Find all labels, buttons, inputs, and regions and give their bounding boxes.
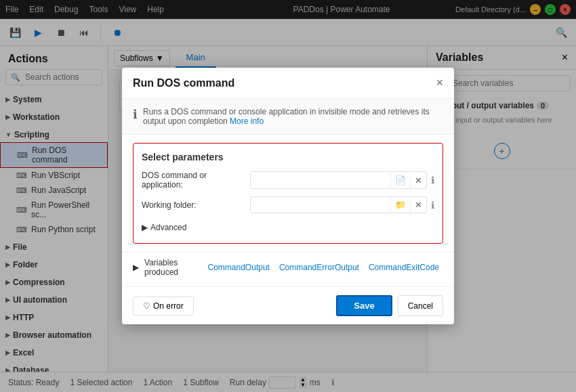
var-tag-2[interactable]: CommandErrorOutput	[279, 263, 359, 272]
params-section: Select parameters DOS command or applica…	[133, 143, 443, 244]
vars-produced-chevron-icon: ▶	[133, 263, 139, 272]
modal-footer: ♡ On error Save Cancel	[122, 286, 454, 324]
vars-produced-label: Variables produced	[144, 258, 203, 277]
modal-run-dos: Run DOS command × ℹ Runs a DOS command o…	[122, 68, 454, 324]
modal-info-icon: ℹ	[133, 107, 138, 122]
working-folder-clear-icon[interactable]: ✕	[410, 197, 426, 213]
param-row-working-folder: Working folder: H:\UWP APP Development\A…	[142, 196, 434, 213]
modal-header: Run DOS command ×	[122, 68, 454, 99]
dos-command-input[interactable]: Dir	[251, 172, 390, 188]
on-error-button[interactable]: ♡ On error	[133, 297, 194, 315]
dos-command-input-wrap: Dir 📄 ✕	[250, 171, 427, 189]
working-folder-browse-icon[interactable]: 📁	[390, 197, 410, 213]
param-row-dos-command: DOS command or application: Dir 📄 ✕ ℹ	[142, 171, 434, 190]
modal-description: ℹ Runs a DOS command or console applicat…	[122, 99, 454, 135]
working-folder-label: Working folder:	[142, 200, 250, 210]
cancel-button[interactable]: Cancel	[398, 295, 443, 316]
working-folder-input[interactable]: H:\UWP APP Development\All Articles\Powe…	[251, 198, 390, 213]
modal-title: Run DOS command	[133, 77, 234, 89]
working-folder-input-wrap: H:\UWP APP Development\All Articles\Powe…	[250, 196, 427, 213]
dos-command-info-icon[interactable]: ℹ	[431, 175, 434, 186]
dos-command-label: DOS command or application:	[142, 171, 250, 190]
dos-command-file-icon[interactable]: 📄	[390, 173, 410, 188]
modal-description-text: Runs a DOS command or console applicatio…	[143, 107, 443, 126]
vars-produced-header[interactable]: ▶ Variables produced CommandOutput Comma…	[133, 258, 443, 277]
modal-close-button[interactable]: ×	[436, 76, 443, 90]
advanced-row[interactable]: ▶ Advanced	[142, 220, 434, 235]
heart-icon: ♡	[143, 301, 150, 311]
modal-overlay: Run DOS command × ℹ Runs a DOS command o…	[0, 0, 576, 392]
on-error-label: On error	[153, 301, 184, 311]
more-info-link[interactable]: More info	[230, 116, 264, 126]
params-title: Select parameters	[142, 152, 434, 162]
var-tag-3[interactable]: CommandExitCode	[369, 263, 439, 272]
advanced-label: Advanced	[150, 223, 186, 232]
working-folder-info-icon[interactable]: ℹ	[431, 200, 434, 211]
var-tag-1[interactable]: CommandOutput	[208, 263, 270, 272]
dos-command-clear-icon[interactable]: ✕	[410, 173, 426, 188]
vars-produced-section: ▶ Variables produced CommandOutput Comma…	[122, 252, 454, 286]
advanced-chevron-icon: ▶	[142, 223, 148, 232]
save-button[interactable]: Save	[336, 295, 392, 316]
footer-actions: Save Cancel	[336, 295, 443, 316]
